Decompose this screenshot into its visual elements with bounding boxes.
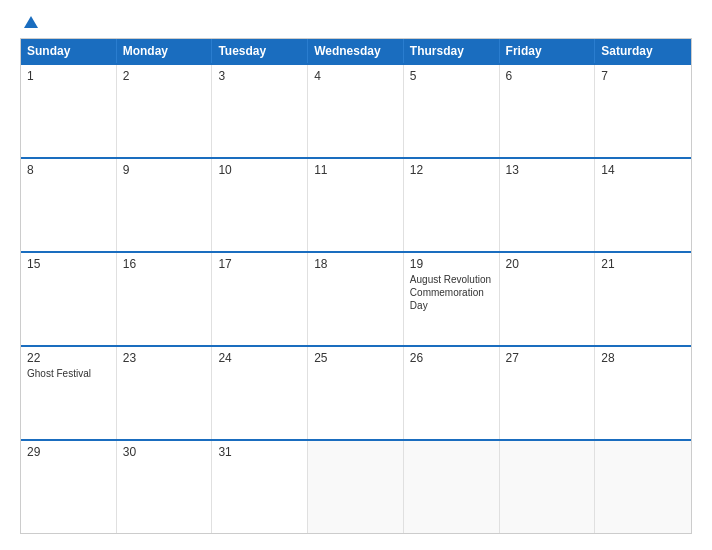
day-number: 18 [314,257,397,271]
cal-cell: 26 [404,347,500,439]
cal-cell: 13 [500,159,596,251]
header-cell-sunday: Sunday [21,39,117,63]
day-number: 1 [27,69,110,83]
cal-cell [404,441,500,533]
cal-cell: 18 [308,253,404,345]
cal-cell: 16 [117,253,213,345]
cal-cell: 8 [21,159,117,251]
day-number: 21 [601,257,685,271]
header-cell-friday: Friday [500,39,596,63]
calendar-event: August Revolution Commemoration Day [410,273,493,312]
day-number: 3 [218,69,301,83]
day-number: 24 [218,351,301,365]
day-number: 2 [123,69,206,83]
cal-cell [595,441,691,533]
header [20,16,692,28]
day-number: 8 [27,163,110,177]
cal-cell: 11 [308,159,404,251]
cal-cell: 17 [212,253,308,345]
day-number: 20 [506,257,589,271]
day-number: 4 [314,69,397,83]
cal-cell: 19August Revolution Commemoration Day [404,253,500,345]
cal-cell: 29 [21,441,117,533]
header-cell-saturday: Saturday [595,39,691,63]
day-number: 15 [27,257,110,271]
day-number: 19 [410,257,493,271]
week-row-1: 1234567 [21,63,691,157]
cal-cell: 3 [212,65,308,157]
cal-cell: 15 [21,253,117,345]
calendar-event: Ghost Festival [27,367,110,380]
week-row-3: 1516171819August Revolution Commemoratio… [21,251,691,345]
header-cell-wednesday: Wednesday [308,39,404,63]
day-number: 27 [506,351,589,365]
calendar-body: 12345678910111213141516171819August Revo… [21,63,691,533]
cal-cell: 30 [117,441,213,533]
header-cell-tuesday: Tuesday [212,39,308,63]
day-number: 26 [410,351,493,365]
cal-cell [500,441,596,533]
day-number: 17 [218,257,301,271]
day-number: 30 [123,445,206,459]
week-row-4: 22Ghost Festival232425262728 [21,345,691,439]
cal-cell: 20 [500,253,596,345]
day-number: 12 [410,163,493,177]
header-cell-thursday: Thursday [404,39,500,63]
cal-cell: 23 [117,347,213,439]
cal-cell: 1 [21,65,117,157]
cal-cell: 21 [595,253,691,345]
cal-cell: 2 [117,65,213,157]
calendar-grid: SundayMondayTuesdayWednesdayThursdayFrid… [20,38,692,534]
day-number: 23 [123,351,206,365]
day-number: 28 [601,351,685,365]
day-number: 29 [27,445,110,459]
day-number: 9 [123,163,206,177]
cal-cell: 31 [212,441,308,533]
day-number: 5 [410,69,493,83]
cal-cell: 10 [212,159,308,251]
logo [20,16,38,28]
day-number: 14 [601,163,685,177]
calendar-page: SundayMondayTuesdayWednesdayThursdayFrid… [0,0,712,550]
calendar-header-row: SundayMondayTuesdayWednesdayThursdayFrid… [21,39,691,63]
cal-cell: 4 [308,65,404,157]
logo-triangle-icon [24,16,38,28]
cal-cell: 14 [595,159,691,251]
week-row-2: 891011121314 [21,157,691,251]
cal-cell: 27 [500,347,596,439]
header-cell-monday: Monday [117,39,213,63]
cal-cell: 25 [308,347,404,439]
day-number: 31 [218,445,301,459]
cal-cell: 9 [117,159,213,251]
cal-cell [308,441,404,533]
cal-cell: 24 [212,347,308,439]
cal-cell: 7 [595,65,691,157]
day-number: 6 [506,69,589,83]
cal-cell: 5 [404,65,500,157]
cal-cell: 12 [404,159,500,251]
cal-cell: 6 [500,65,596,157]
day-number: 22 [27,351,110,365]
week-row-5: 293031 [21,439,691,533]
cal-cell: 28 [595,347,691,439]
day-number: 13 [506,163,589,177]
day-number: 10 [218,163,301,177]
day-number: 25 [314,351,397,365]
day-number: 11 [314,163,397,177]
logo-blue-text [20,16,38,28]
cal-cell: 22Ghost Festival [21,347,117,439]
day-number: 16 [123,257,206,271]
day-number: 7 [601,69,685,83]
